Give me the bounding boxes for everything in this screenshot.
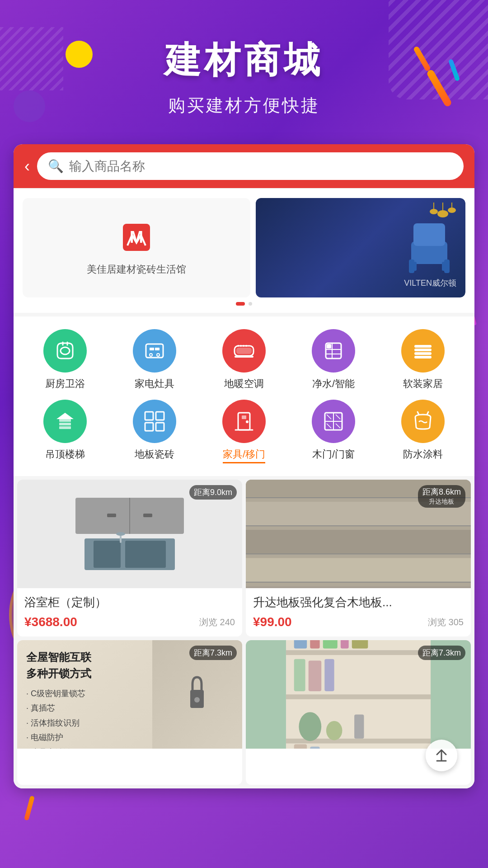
category-appliance[interactable]: 家电灶具 [112, 329, 197, 391]
svg-rect-34 [145, 423, 153, 431]
product-card-1[interactable]: 距离9.0km 浴 [17, 480, 242, 637]
banner-right[interactable]: VILTEN威尔顿 [256, 198, 465, 297]
product-image-3: 距离7.3km 全屋智能互联多种开锁方式 · C级密钥量锁芯 · 真插芯 · 活… [17, 640, 242, 749]
svg-rect-28 [414, 356, 432, 359]
svg-rect-83 [310, 747, 319, 749]
svg-rect-38 [242, 415, 246, 419]
page-subtitle: 购买建材方便快捷 [9, 94, 479, 117]
category-ceiling[interactable]: 吊顶楼梯 [23, 400, 108, 463]
category-appliance-label: 家电灶具 [135, 377, 174, 391]
banner-right-brand: VILTEN威尔顿 [404, 278, 456, 288]
back-button[interactable]: ‹ [24, 158, 30, 175]
svg-point-11 [430, 209, 438, 214]
svg-rect-31 [59, 426, 71, 429]
svg-rect-76 [294, 659, 305, 691]
product-image-2: 距离8.6km 升达地板 [246, 480, 471, 588]
search-input-wrapper[interactable]: 🔍 [37, 152, 464, 180]
scroll-to-top-button[interactable] [426, 740, 457, 771]
svg-rect-15 [146, 344, 163, 358]
search-bar: ‹ 🔍 [14, 144, 474, 188]
category-grid: 厨房卫浴 家电灶具 地暖空调 净水/智能 [23, 329, 465, 463]
svg-rect-81 [354, 714, 364, 738]
bathroom-cabinet-svg [66, 489, 193, 579]
category-heating[interactable]: 地暖空调 [202, 329, 286, 391]
category-wood-door[interactable]: 木门/门窗 [291, 400, 376, 463]
svg-rect-73 [323, 640, 338, 649]
product-card-3[interactable]: 距离7.3km 全屋智能互联多种开锁方式 · C级密钥量锁芯 · 真插芯 · 活… [17, 640, 242, 785]
product-views-1: 浏览 240 [199, 616, 235, 628]
lights-illustration [425, 203, 461, 248]
svg-rect-35 [156, 423, 164, 431]
product-bottom-2: ¥99.00 浏览 305 [253, 615, 464, 629]
product-info-2: 升达地板强化复合木地板... ¥99.00 浏览 305 [246, 588, 471, 637]
category-kitchen[interactable]: 厨房卫浴 [23, 329, 108, 391]
svg-rect-25 [414, 345, 432, 348]
product-name-2: 升达地板强化复合木地板... [253, 594, 464, 610]
dot-1[interactable] [236, 302, 245, 306]
svg-rect-55 [246, 530, 471, 554]
svg-rect-29 [59, 419, 71, 422]
svg-rect-22 [235, 356, 253, 358]
category-water[interactable]: 净水/智能 [291, 329, 376, 391]
svg-rect-57 [246, 586, 471, 588]
distance-badge-3: 距离7.3km [189, 646, 237, 660]
main-card: ‹ 🔍 M 美佳居建材瓷砖生活馆 [14, 144, 474, 788]
svg-rect-74 [341, 640, 349, 649]
svg-point-9 [437, 210, 448, 217]
svg-point-50 [116, 532, 125, 536]
svg-point-18 [150, 354, 152, 356]
product-image-4: 距离7.3km [246, 640, 471, 749]
svg-rect-33 [156, 412, 164, 420]
distance-badge-4: 距离7.3km [418, 646, 465, 660]
svg-rect-82 [294, 744, 307, 749]
svg-rect-21 [236, 348, 252, 354]
brand-logo-icon: M [118, 219, 155, 255]
category-soft[interactable]: 软装家居 [380, 329, 465, 391]
product-card-4[interactable]: 距离7.3km [246, 640, 471, 785]
dot-2[interactable] [249, 302, 252, 306]
category-kitchen-label: 厨房卫浴 [45, 377, 85, 391]
product-image-1: 距离9.0km [17, 480, 242, 588]
svg-rect-72 [310, 640, 319, 649]
category-soft-label: 软装家居 [403, 377, 443, 391]
svg-rect-68 [286, 650, 431, 655]
svg-rect-26 [414, 349, 432, 351]
category-water-label: 净水/智能 [312, 377, 355, 391]
svg-rect-32 [145, 412, 153, 420]
product-card-2[interactable]: 距离8.6km 升达地板 [246, 480, 471, 637]
banner-left[interactable]: M 美佳居建材瓷砖生活馆 [23, 198, 250, 297]
banner-dots [23, 297, 465, 307]
category-furniture-door-label: 家具/移门 [223, 448, 265, 463]
svg-rect-71 [294, 640, 307, 649]
svg-rect-77 [309, 660, 321, 691]
svg-point-37 [246, 420, 249, 423]
lock-icon-large [183, 672, 211, 717]
svg-point-65 [194, 697, 200, 703]
svg-rect-56 [246, 558, 471, 582]
product-name-1: 浴室柜（定制） [24, 594, 235, 610]
category-wood-door-label: 木门/门窗 [312, 448, 355, 461]
category-heating-label: 地暖空调 [224, 377, 264, 391]
search-icon: 🔍 [48, 159, 64, 174]
svg-rect-16 [150, 348, 154, 350]
page-title: 建材商城 [9, 36, 479, 85]
svg-rect-45 [143, 514, 152, 517]
category-floor[interactable]: 地板瓷砖 [112, 400, 197, 463]
svg-rect-48 [125, 541, 166, 568]
svg-rect-69 [286, 694, 431, 699]
svg-rect-7 [442, 262, 447, 271]
product-price-1: ¥3688.00 [24, 615, 77, 629]
distance-badge-1: 距离9.0km [189, 485, 237, 500]
banner-left-text: 美佳居建材瓷砖生活馆 [87, 263, 186, 276]
category-waterproof-label: 防水涂料 [403, 448, 443, 461]
category-waterproof[interactable]: 防水涂料 [380, 400, 465, 463]
search-input[interactable] [69, 159, 453, 174]
product-views-2: 浏览 305 [428, 616, 464, 628]
svg-rect-30 [59, 423, 71, 425]
scroll-top-icon [433, 747, 450, 764]
shop-badge-2: 距离8.6km 升达地板 [418, 485, 465, 508]
svg-point-14 [61, 347, 70, 354]
products-grid: 距离9.0km 浴 [14, 480, 474, 785]
header-area: 建材商城 购买建材方便快捷 [0, 0, 488, 135]
category-furniture-door[interactable]: 家具/移门 [202, 400, 286, 463]
